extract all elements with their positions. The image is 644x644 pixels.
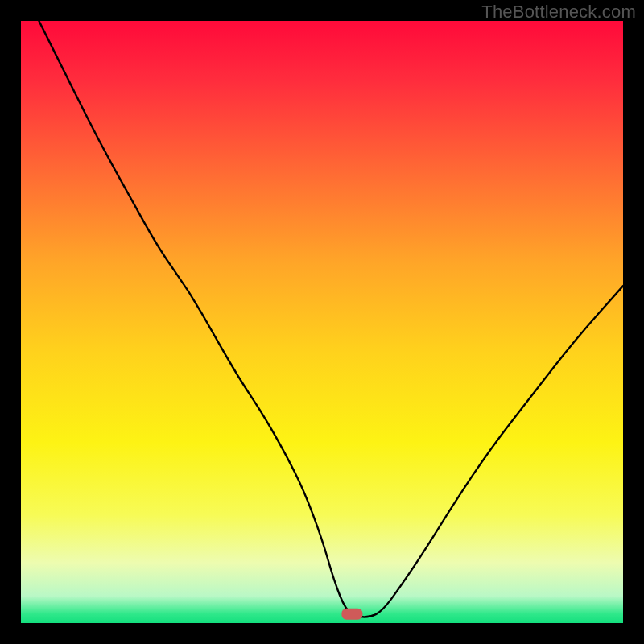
chart-frame: TheBottleneck.com <box>0 0 644 644</box>
plot-area <box>21 21 623 623</box>
chart-svg <box>21 21 623 623</box>
watermark-text: TheBottleneck.com <box>481 2 636 23</box>
gradient-background <box>21 21 623 623</box>
optimal-marker <box>341 609 362 620</box>
